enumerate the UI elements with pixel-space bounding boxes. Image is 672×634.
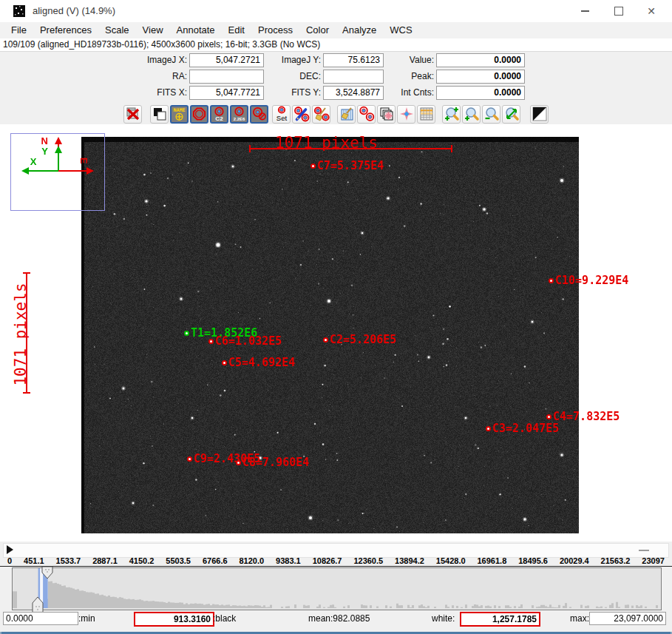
app-icon xyxy=(13,5,25,17)
histogram-tick: 1533.7 xyxy=(56,556,81,566)
zoom-fit-icon xyxy=(503,106,520,122)
delete-apertures-button[interactable] xyxy=(312,105,330,124)
aperture-invert-button[interactable] xyxy=(250,105,268,124)
title-bar: aligned (V) (14.9%) ✕ xyxy=(0,0,672,23)
zoom-out-button[interactable] xyxy=(482,105,500,124)
coord-field-value[interactable]: 0.0000 xyxy=(436,53,525,67)
edit-apertures-button[interactable] xyxy=(292,105,310,124)
orientation-widget: N Y X E xyxy=(10,133,105,211)
coord-field-peak[interactable]: 0.0000 xyxy=(436,70,525,84)
aperture-marker[interactable] xyxy=(208,339,214,344)
y-axis-label: Y xyxy=(41,146,48,157)
toolbar: NAMEC22.2E6Set xyxy=(0,104,672,124)
min-label: :min xyxy=(78,613,95,624)
minimize-button[interactable] xyxy=(569,0,601,22)
zoom-in-fast-button[interactable] xyxy=(442,105,461,124)
aperture-counts-button[interactable]: 2.2E6 xyxy=(230,105,248,124)
coord-label-value: Value: xyxy=(382,53,434,67)
aperture-label-icon: C2 xyxy=(211,106,227,122)
max-value-field[interactable]: 23,097.0000 xyxy=(589,612,666,625)
set-aperture-button[interactable]: Set xyxy=(272,105,291,124)
aperture-shape-button[interactable] xyxy=(190,105,208,124)
coord-field-dec[interactable] xyxy=(323,70,384,84)
menu-item-process[interactable]: Process xyxy=(251,22,299,38)
zoom-in-button[interactable] xyxy=(462,105,481,124)
aperture-shape-icon xyxy=(191,106,207,122)
menu-item-color[interactable]: Color xyxy=(299,22,336,38)
contrast-panel: 0451.11533.72887.14150.25503.56766.68120… xyxy=(0,542,672,632)
menu-bar: FilePreferencesScaleViewAnnotateEditProc… xyxy=(0,22,672,39)
panel-collapse-handle[interactable] xyxy=(639,550,649,551)
zoom-in-icon xyxy=(464,106,480,122)
coord-field-intcnts[interactable]: 0.0000 xyxy=(436,86,525,100)
menu-item-edit[interactable]: Edit xyxy=(222,22,251,38)
histogram-tick: 6766.6 xyxy=(203,556,228,566)
expand-panel-arrow-icon[interactable] xyxy=(7,545,13,554)
maximize-button[interactable] xyxy=(603,0,635,22)
annotate-name-button[interactable]: NAME xyxy=(170,105,189,124)
menu-item-wcs[interactable]: WCS xyxy=(383,22,418,38)
copy-image-button[interactable] xyxy=(150,105,169,124)
histogram-tick: 5503.5 xyxy=(166,556,191,566)
invert-lut-icon xyxy=(532,106,548,122)
edit-apertures-icon xyxy=(293,106,310,122)
histogram-tick: 20029.4 xyxy=(560,556,589,566)
measurement-table-button[interactable] xyxy=(417,105,435,124)
app-window: aligned (V) (14.9%) ✕ FilePreferencesSca… xyxy=(0,0,672,634)
black-point-field[interactable]: 913.3160 xyxy=(134,612,214,627)
svg-text:Set: Set xyxy=(276,114,287,122)
align-stack-button[interactable] xyxy=(377,105,396,124)
north-label: N xyxy=(41,135,48,146)
aperture-label: C6=1.032E5 xyxy=(215,334,282,348)
histogram-tick: 15428.0 xyxy=(436,556,466,566)
invert-lut-button[interactable] xyxy=(530,105,549,124)
svg-text:2.2E6: 2.2E6 xyxy=(234,117,245,121)
min-value-field[interactable]: 0.0000 xyxy=(3,612,78,625)
white-point-field[interactable]: 1,257.1785 xyxy=(460,612,540,627)
aperture-marker[interactable] xyxy=(323,337,328,343)
aperture-marker[interactable] xyxy=(184,331,189,336)
menu-item-analyze[interactable]: Analyze xyxy=(336,22,383,38)
aperture-marker[interactable] xyxy=(236,460,241,465)
histogram-tick: 23097 xyxy=(642,556,665,566)
coord-field-imagejy[interactable]: 75.6123 xyxy=(323,53,384,67)
aperture-marker[interactable] xyxy=(310,163,316,169)
clear-table-button[interactable] xyxy=(337,105,356,124)
histogram-tick: 8120.0 xyxy=(240,556,265,566)
menu-item-file[interactable]: File xyxy=(4,22,33,38)
aperture-marker[interactable] xyxy=(549,278,554,283)
white-point-slider[interactable] xyxy=(41,566,53,579)
multi-aperture-button[interactable] xyxy=(357,105,376,124)
zoom-fit-button[interactable] xyxy=(502,105,520,124)
aperture-invert-icon xyxy=(251,106,267,122)
menu-item-scale[interactable]: Scale xyxy=(98,22,136,38)
close-image-icon xyxy=(125,106,141,122)
centroid-button[interactable] xyxy=(397,105,415,124)
close-button[interactable]: ✕ xyxy=(635,0,668,22)
menu-item-view[interactable]: View xyxy=(136,22,170,38)
coord-label-fitsx: FITS X: xyxy=(91,86,187,100)
coord-field-fitsy[interactable]: 3,524.8877 xyxy=(323,86,384,100)
north-arrow-icon xyxy=(55,137,62,144)
close-image-button[interactable] xyxy=(123,105,142,124)
mean-text: mean:982.0885 xyxy=(308,613,370,624)
multi-aperture-icon xyxy=(359,106,375,122)
delete-apertures-icon xyxy=(313,106,330,122)
aperture-marker[interactable] xyxy=(486,426,491,431)
aperture-marker[interactable] xyxy=(187,456,192,462)
east-arrow-icon xyxy=(86,167,94,175)
image-display: C7=5.375E4T1=1.852E6C6=1.032E5C2=5.206E5… xyxy=(81,137,579,533)
clear-table-icon xyxy=(339,106,355,122)
aperture-marker[interactable] xyxy=(222,360,227,365)
x-axis-label: X xyxy=(30,156,37,167)
window-title: aligned (V) (14.9%) xyxy=(33,5,115,16)
menu-item-preferences[interactable]: Preferences xyxy=(33,22,98,38)
aperture-label: C7=5.375E4 xyxy=(317,159,384,172)
histogram-tick: 451.1 xyxy=(24,556,44,566)
zoom-in-fast-icon xyxy=(444,106,460,122)
white-label: white: xyxy=(432,613,455,624)
aperture-label-button[interactable]: C2 xyxy=(210,105,228,124)
aperture-marker[interactable] xyxy=(546,414,551,419)
menu-item-annotate[interactable]: Annotate xyxy=(170,22,222,38)
histogram-scale: 0451.11533.72887.14150.25503.56766.68120… xyxy=(0,556,672,567)
